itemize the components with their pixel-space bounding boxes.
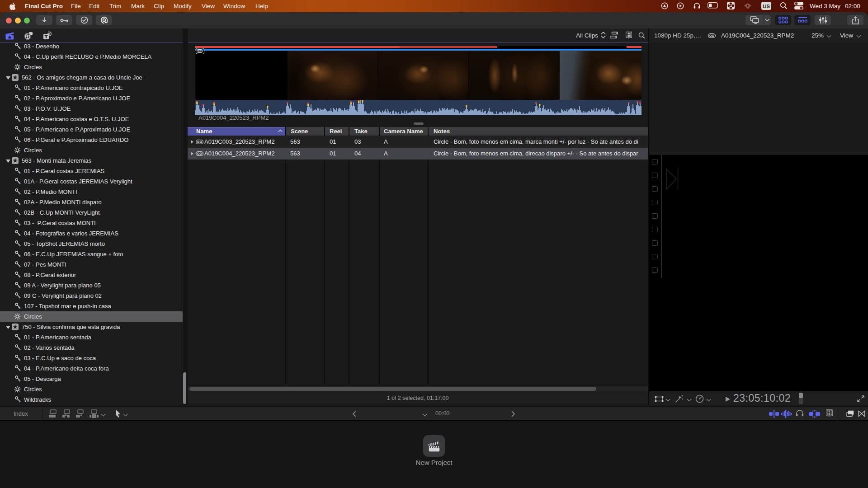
- svg-text:US: US: [763, 4, 770, 9]
